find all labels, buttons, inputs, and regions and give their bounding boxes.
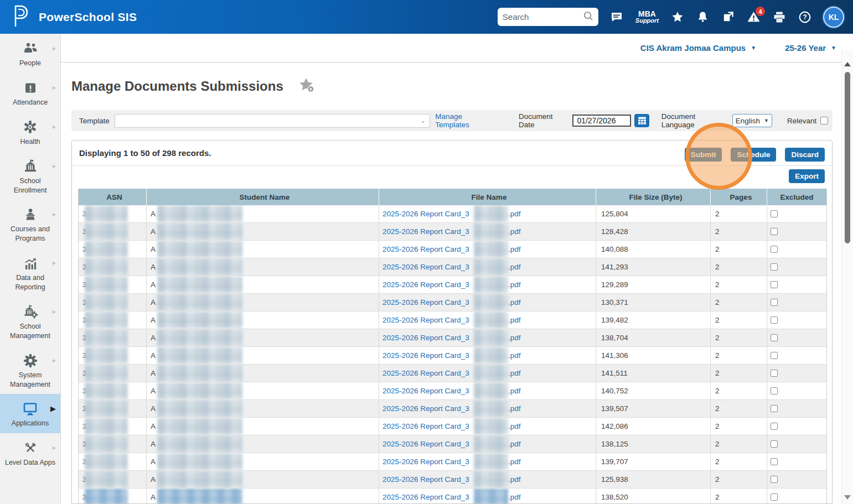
excluded-checkbox[interactable] — [771, 316, 778, 324]
excluded-checkbox[interactable] — [771, 263, 778, 271]
file-link-suffix[interactable]: .pdf — [508, 227, 521, 236]
file-link-prefix[interactable]: 2025-2026 Report Card_3 — [382, 334, 469, 342]
file-link-suffix[interactable]: .pdf — [508, 369, 521, 377]
file-link-suffix[interactable]: .pdf — [508, 280, 521, 289]
notifications-bell-icon[interactable] — [696, 10, 710, 24]
help-icon[interactable]: ? — [798, 10, 811, 24]
excluded-checkbox[interactable] — [771, 387, 778, 394]
file-link-prefix[interactable]: 2025-2026 Report Card_3 — [382, 404, 469, 413]
col-header-pages[interactable]: Pages — [711, 189, 767, 205]
col-header-asn[interactable]: ASN — [79, 189, 147, 205]
excluded-checkbox[interactable] — [771, 334, 778, 341]
file-size-cell: 125,938 — [596, 471, 711, 488]
sidebar-item-data-reporting[interactable]: Data and Reporting ▸ — [0, 248, 60, 297]
file-link-suffix[interactable]: .pdf — [508, 210, 521, 218]
file-link-suffix[interactable]: .pdf — [508, 422, 521, 430]
print-icon[interactable] — [772, 10, 786, 24]
excluded-checkbox[interactable] — [771, 440, 778, 448]
excluded-checkbox[interactable] — [771, 299, 778, 306]
excluded-checkbox[interactable] — [771, 281, 778, 288]
excluded-checkbox[interactable] — [771, 493, 778, 501]
page-scrollbar[interactable] — [841, 50, 853, 504]
favorite-add-star-icon[interactable] — [298, 77, 316, 96]
file-link-suffix[interactable]: .pdf — [508, 440, 521, 448]
file-link-prefix[interactable]: 2025-2026 Report Card_3 — [382, 263, 469, 271]
year-selector[interactable]: 25-26 Year ▼ — [785, 43, 836, 53]
file-link-prefix[interactable]: 2025-2026 Report Card_3 — [382, 351, 469, 360]
export-button[interactable]: Export — [789, 169, 825, 183]
sidebar-item-school-enrollment[interactable]: School Enrollment ▸ — [0, 152, 60, 200]
file-name-cell: 2025-2026 Report Card_3 .pdf — [379, 329, 596, 346]
submit-button[interactable]: Submit — [685, 148, 722, 162]
discard-button[interactable]: Discard — [785, 148, 825, 162]
file-link-prefix[interactable]: 2025-2026 Report Card_3 — [382, 298, 469, 306]
user-avatar[interactable]: KL — [823, 7, 844, 28]
system-management-icon — [3, 353, 57, 368]
file-link-prefix[interactable]: 2025-2026 Report Card_3 — [382, 316, 469, 324]
template-select[interactable]: ⌄ — [115, 114, 430, 128]
excluded-checkbox[interactable] — [771, 370, 778, 377]
scroll-up-arrow-icon[interactable] — [844, 62, 851, 66]
col-header-filesize[interactable]: File Size (Byte) — [596, 189, 711, 205]
compose-icon[interactable] — [721, 10, 735, 24]
file-link-suffix[interactable]: .pdf — [508, 351, 521, 360]
sidebar-item-school-management[interactable]: School Management ▸ — [0, 297, 60, 346]
file-link-suffix[interactable]: .pdf — [508, 245, 521, 253]
file-link-prefix[interactable]: 2025-2026 Report Card_3 — [382, 458, 469, 466]
file-link-suffix[interactable]: .pdf — [508, 475, 521, 484]
file-link-prefix[interactable]: 2025-2026 Report Card_3 — [382, 475, 469, 484]
search-box[interactable] — [498, 8, 598, 26]
document-date-input[interactable] — [572, 115, 631, 127]
col-header-excluded[interactable]: Excluded — [767, 189, 826, 205]
schedule-button[interactable]: Schedule — [731, 148, 776, 162]
file-link-suffix[interactable]: .pdf — [508, 298, 521, 306]
excluded-checkbox[interactable] — [771, 210, 778, 217]
file-link-suffix[interactable]: .pdf — [508, 316, 521, 324]
mba-support-link[interactable]: MBA Support — [635, 10, 659, 24]
search-input[interactable] — [503, 12, 583, 22]
calendar-button[interactable] — [634, 114, 649, 127]
manage-templates-link[interactable]: Manage Templates — [435, 112, 497, 129]
file-link-prefix[interactable]: 2025-2026 Report Card_3 — [382, 245, 469, 253]
excluded-checkbox[interactable] — [771, 352, 778, 359]
col-header-filename[interactable]: File Name — [379, 189, 596, 205]
file-link-prefix[interactable]: 2025-2026 Report Card_3 — [382, 227, 469, 236]
excluded-checkbox[interactable] — [771, 423, 778, 430]
file-link-suffix[interactable]: .pdf — [508, 458, 521, 466]
chat-icon[interactable] — [610, 10, 624, 24]
file-link-suffix[interactable]: .pdf — [508, 404, 521, 413]
search-icon[interactable] — [583, 11, 593, 23]
excluded-checkbox[interactable] — [771, 458, 778, 465]
sidebar-item-attendance[interactable]: Attendance ▸ — [0, 73, 60, 112]
file-link-prefix[interactable]: 2025-2026 Report Card_3 — [382, 440, 469, 448]
excluded-checkbox[interactable] — [771, 228, 778, 235]
file-link-suffix[interactable]: .pdf — [508, 263, 521, 271]
school-selector[interactable]: CIS Akram Jomaa Campus ▼ — [640, 43, 756, 53]
file-link-prefix[interactable]: 2025-2026 Report Card_3 — [382, 387, 469, 395]
file-link-suffix[interactable]: .pdf — [508, 334, 521, 342]
scrollbar-thumb[interactable] — [845, 72, 850, 243]
scroll-down-arrow-icon[interactable] — [844, 495, 851, 500]
alerts-warning-icon[interactable]: 4 — [747, 10, 761, 24]
sidebar-item-courses-programs[interactable]: Courses and Programs ▸ — [0, 200, 60, 248]
file-link-suffix[interactable]: .pdf — [508, 493, 521, 501]
sidebar-item-applications[interactable]: Applications ▶ — [0, 394, 60, 433]
file-link-prefix[interactable]: 2025-2026 Report Card_3 — [382, 210, 469, 218]
file-link-suffix[interactable]: .pdf — [508, 387, 521, 395]
sidebar-item-system-management[interactable]: System Management ▸ — [0, 346, 60, 394]
file-link-prefix[interactable]: 2025-2026 Report Card_3 — [382, 422, 469, 430]
file-name-cell: 2025-2026 Report Card_3 .pdf — [379, 276, 596, 293]
excluded-checkbox[interactable] — [771, 405, 778, 412]
favorites-star-icon[interactable] — [670, 10, 684, 24]
relevant-checkbox[interactable] — [820, 117, 828, 124]
document-language-select[interactable]: English ▼ — [732, 114, 772, 127]
excluded-checkbox[interactable] — [771, 246, 778, 253]
sidebar-item-health[interactable]: Health ▸ — [0, 112, 60, 152]
file-link-prefix[interactable]: 2025-2026 Report Card_3 — [382, 369, 469, 377]
excluded-checkbox[interactable] — [771, 476, 778, 483]
sidebar-item-level-data-apps[interactable]: Level Data Apps ▸ — [0, 433, 60, 472]
file-link-prefix[interactable]: 2025-2026 Report Card_3 — [382, 280, 469, 289]
sidebar-item-people[interactable]: People ▸ — [0, 34, 60, 73]
col-header-student[interactable]: Student Name — [147, 189, 379, 205]
file-link-prefix[interactable]: 2025-2026 Report Card_3 — [382, 493, 469, 501]
